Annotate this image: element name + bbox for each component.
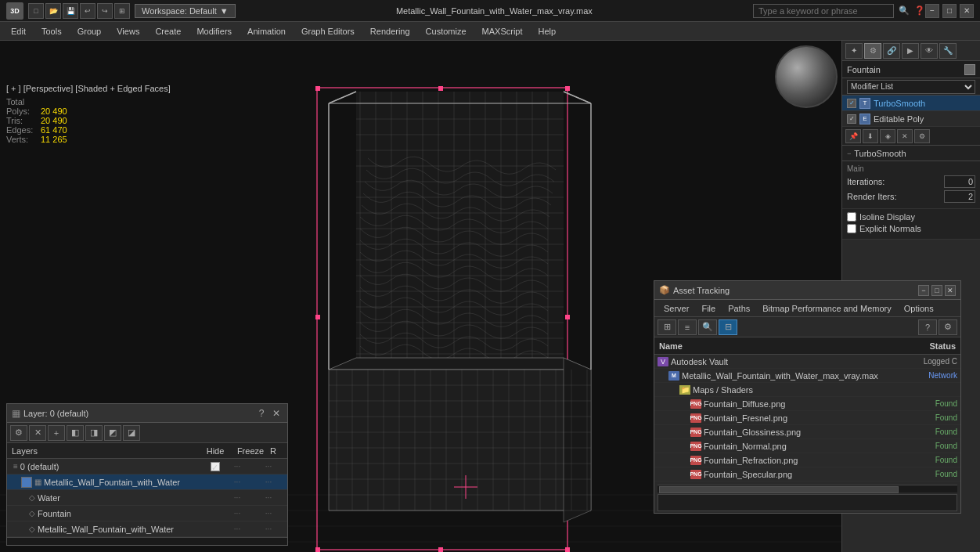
layer-row-fountain-item[interactable]: ◇ Fountain ··· ··· <box>7 506 287 521</box>
utilities-icon[interactable]: 🔧 <box>939 43 957 59</box>
layer-row-default[interactable]: ≡ 0 (default) ✓ ··· ··· <box>7 459 287 474</box>
show-end-btn[interactable]: ⬇ <box>863 129 878 143</box>
modifier-list-dropdown[interactable]: Modifier List <box>847 80 975 94</box>
maximize-button[interactable]: □ <box>942 4 957 18</box>
collapse-btn[interactable]: − <box>847 150 851 157</box>
turbosmooth-main-group: Main Iterations: Render Iters: <box>842 161 980 209</box>
at-row-normal[interactable]: PNG Fountain_Normal.png Found <box>654 439 960 453</box>
default-layer-check[interactable]: ✓ <box>211 462 220 471</box>
at-close-btn[interactable]: ✕ <box>945 285 956 296</box>
at-row-max-file[interactable]: M Metallic_Wall_Fountain_with_Water_max_… <box>654 369 960 383</box>
layer-scrollbar[interactable] <box>7 537 287 545</box>
menu-help[interactable]: Help <box>531 25 564 38</box>
verts-val: 11 265 <box>41 135 67 144</box>
asset-tracking-dialog: 📦 Asset Tracking − □ ✕ Server File Paths… <box>654 280 961 514</box>
motion-icon[interactable]: ▶ <box>902 43 919 59</box>
modifier-editable-poly[interactable]: ✓ E Editable Poly <box>842 111 980 127</box>
workspace-dropdown[interactable]: Workspace: Default ▼ <box>135 4 236 18</box>
hierarchy-icon[interactable]: 🔗 <box>883 43 900 59</box>
editablepoly-icon: E <box>859 114 870 124</box>
configure-btn[interactable]: ⚙ <box>914 129 930 143</box>
explicit-normals-checkbox[interactable] <box>847 224 856 233</box>
undo-btn[interactable]: ↩ <box>80 3 95 19</box>
at-grid-btn[interactable]: ⊟ <box>719 319 737 335</box>
at-minimize-btn[interactable]: − <box>918 285 929 296</box>
layer-btn4[interactable]: ◧ <box>67 425 84 441</box>
save-btn[interactable]: 💾 <box>63 3 78 19</box>
isoline-checkbox[interactable] <box>847 212 856 222</box>
at-row-diffuse[interactable]: PNG Fountain_Diffuse.png Found <box>654 397 960 411</box>
at-row-maps-folder[interactable]: 📁 Maps / Shaders <box>654 383 960 397</box>
iterations-input[interactable] <box>944 175 975 188</box>
at-row-vault[interactable]: V Autodesk Vault Logged C <box>654 355 960 369</box>
at-menu-file[interactable]: File <box>695 302 722 315</box>
layer-help-btn[interactable]: ? <box>255 407 268 420</box>
layer-row-water[interactable]: ◇ Water ··· ··· <box>7 490 287 506</box>
diffuse-name: Fountain_Diffuse.png <box>704 399 895 409</box>
at-menu-paths[interactable]: Paths <box>722 302 756 315</box>
modifier-list-header[interactable]: Modifier List <box>842 78 980 96</box>
at-maximize-btn[interactable]: □ <box>931 285 942 296</box>
svg-rect-37 <box>356 92 564 370</box>
ref-btn[interactable]: ⊞ <box>114 3 130 19</box>
menu-animation[interactable]: Animation <box>240 25 294 38</box>
at-window-buttons: − □ ✕ <box>918 285 956 296</box>
menu-customize[interactable]: Customize <box>418 25 474 38</box>
redo-btn[interactable]: ↪ <box>97 3 113 19</box>
make-unique-btn[interactable]: ◈ <box>880 129 895 143</box>
maps-folder-name: Maps / Shaders <box>693 385 895 395</box>
menu-edit[interactable]: Edit <box>3 25 34 38</box>
create-icon[interactable]: ✦ <box>845 43 863 59</box>
layer-row-fountain-group[interactable]: ▦ Metallic_Wall_Fountain_with_Water ··· … <box>7 474 287 490</box>
modifier-turbosmooth[interactable]: ✓ T TurboSmooth <box>842 96 980 111</box>
layer-close-btn[interactable]: ✕ <box>270 407 283 420</box>
layer-btn7[interactable]: ◪ <box>123 425 140 441</box>
turbosmooth-check[interactable]: ✓ <box>847 99 856 108</box>
close-button[interactable]: ✕ <box>960 4 974 18</box>
wall-item-name: Metallic_Wall_Fountain_with_Water <box>38 525 222 534</box>
fountain-item-hide: ··· <box>222 509 253 518</box>
at-input-bar[interactable] <box>658 494 957 511</box>
layer-btn6[interactable]: ◩ <box>104 425 121 441</box>
menu-views[interactable]: Views <box>109 25 147 38</box>
help-icon[interactable]: ❓ <box>914 5 925 16</box>
pin-stack-btn[interactable]: 📌 <box>845 129 861 143</box>
at-row-glossiness[interactable]: PNG Fountain_Glossiness.png Found <box>654 425 960 439</box>
normal-status: Found <box>895 442 957 450</box>
layer-settings-btn[interactable]: ⚙ <box>10 425 27 441</box>
layer-add-btn[interactable]: + <box>48 425 65 441</box>
minimize-button[interactable]: − <box>925 4 939 18</box>
menu-create[interactable]: Create <box>147 25 189 38</box>
editablepoly-check[interactable]: ✓ <box>847 114 856 124</box>
at-settings-btn[interactable]: ⚙ <box>939 319 957 335</box>
display-icon[interactable]: 👁 <box>921 43 938 59</box>
modify-icon[interactable]: ⚙ <box>864 43 881 59</box>
at-row-specular[interactable]: PNG Fountain_Specular.png Found <box>654 467 960 482</box>
at-menu-server[interactable]: Server <box>658 302 695 315</box>
menu-group[interactable]: Group <box>70 25 110 38</box>
layer-delete-btn[interactable]: ✕ <box>29 425 46 441</box>
menu-maxscript[interactable]: MAXScript <box>474 25 531 38</box>
object-color-swatch[interactable] <box>964 64 975 75</box>
menu-graph-editors[interactable]: Graph Editors <box>294 25 362 38</box>
at-list-btn[interactable]: ≡ <box>678 319 697 335</box>
layer-btn5[interactable]: ◨ <box>85 425 103 441</box>
at-scrollbar-h[interactable] <box>658 485 957 492</box>
menu-tools[interactable]: Tools <box>34 25 70 38</box>
at-menu-options[interactable]: Options <box>898 302 940 315</box>
menu-rendering[interactable]: Rendering <box>362 25 418 38</box>
search-icon[interactable]: 🔍 <box>899 5 910 16</box>
menu-modifiers[interactable]: Modifiers <box>189 25 240 38</box>
search-input[interactable] <box>753 4 894 18</box>
render-iters-input[interactable] <box>944 190 975 203</box>
at-row-fresnel[interactable]: PNG Fountain_Fresnel.png Found <box>654 411 960 425</box>
at-menu-bitmap-perf[interactable]: Bitmap Performance and Memory <box>756 302 897 315</box>
at-help-btn[interactable]: ? <box>918 319 937 335</box>
new-btn[interactable]: □ <box>28 3 44 19</box>
layer-row-wall-item[interactable]: ◇ Metallic_Wall_Fountain_with_Water ··· … <box>7 521 287 537</box>
remove-modifier-btn[interactable]: ✕ <box>897 129 913 143</box>
at-expand-btn[interactable]: ⊞ <box>658 319 676 335</box>
at-row-refraction[interactable]: PNG Fountain_Refraction.png Found <box>654 453 960 467</box>
at-filter-btn[interactable]: 🔍 <box>698 319 717 335</box>
open-btn[interactable]: 📂 <box>45 3 61 19</box>
